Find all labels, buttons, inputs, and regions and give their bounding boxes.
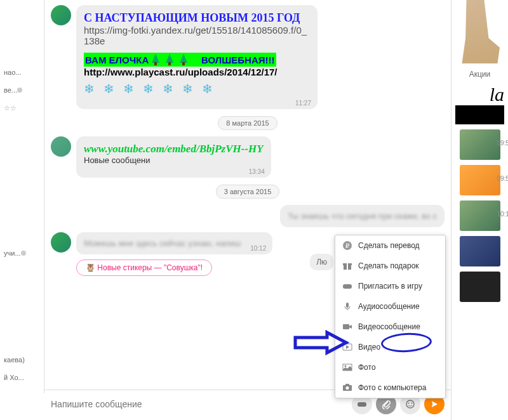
image-icon [342, 362, 353, 373]
snowflake-row: ❄❄❄❄❄❄❄ [84, 81, 310, 96]
stickers-promo-button[interactable]: 🦉 Новые стикеры — "Совушка"! [76, 259, 212, 276]
status-dot-icon [17, 88, 22, 93]
contact-item[interactable]: нао... [3, 63, 41, 81]
menu-item-audio[interactable]: Аудиосообщение [335, 296, 445, 317]
ruble-icon: ₽ [342, 240, 353, 251]
message-bubble-partial: Лю [310, 254, 333, 270]
status-dot-icon [21, 251, 26, 256]
ad-image[interactable] [458, 0, 502, 63]
ad-label[interactable]: Акции [451, 70, 508, 79]
message-bubble: Можешь мне здесь сейчас узнаю, напиш 10:… [76, 232, 272, 254]
menu-item-photo[interactable]: Фото [335, 357, 445, 377]
message-time: 10:12 [250, 245, 266, 252]
message-bubble: С НАСТУПАЮЩИМ НОВЫМ 2015 ГОД https://img… [76, 5, 318, 109]
svg-point-12 [346, 386, 349, 390]
sticker-icon: 🦉 [86, 263, 95, 272]
contact-item[interactable]: учи... [3, 244, 41, 262]
svg-point-16 [408, 402, 410, 404]
svg-rect-7 [343, 324, 349, 329]
message-bubble: Ты знаешь что сегодня при скажи, во с [280, 205, 444, 227]
tree-icon [150, 54, 161, 65]
svg-rect-6 [346, 303, 349, 308]
youtube-link[interactable]: www.youtube.com/embed/BbjPzVH--HY [84, 143, 264, 155]
contacts-sidebar: нао... ве... ☆☆ учи... каева) й Хо... [0, 0, 44, 393]
date-separator: 8 марта 2015 [51, 118, 444, 128]
contact-item[interactable]: й Хо... [3, 369, 41, 386]
avatar[interactable] [51, 136, 71, 157]
right-rail: Акции la 09:53 09:55 10:12 [451, 0, 508, 420]
avatar[interactable] [51, 5, 71, 25]
svg-rect-14 [358, 402, 366, 407]
menu-item-gift[interactable]: Сделать подарок [335, 256, 445, 276]
svg-rect-13 [345, 384, 349, 386]
message-time: 11:27 [295, 100, 311, 107]
svg-point-10 [345, 365, 347, 367]
mic-icon [342, 301, 353, 312]
message-text: Новые сообщени [84, 155, 264, 165]
url-text[interactable]: http://www.playcast.ru/uploads/2014/12/1… [84, 67, 310, 77]
menu-item-video-message[interactable]: Видеосообщение [335, 317, 445, 337]
gamepad-icon [342, 280, 353, 292]
svg-point-15 [406, 400, 414, 408]
gift-icon [342, 260, 353, 272]
contact-item[interactable]: ☆☆ [3, 99, 41, 117]
tree-icon [164, 54, 175, 65]
greeting-text: С НАСТУПАЮЩИМ НОВЫМ 2015 ГОД [84, 11, 310, 25]
message-bubble: www.youtube.com/embed/BbjPzVH--HY Новые … [76, 136, 271, 178]
camera-icon [342, 382, 353, 393]
annotation-arrow [292, 330, 349, 357]
message-input[interactable] [51, 399, 348, 409]
svg-point-17 [411, 402, 413, 404]
video-thumbnail[interactable] [460, 272, 500, 302]
video-thumbnail[interactable]: 09:53 [460, 129, 500, 160]
highlighted-text: ВАМ ЕЛОЧКА ВОЛШЕБНАЯ!!! [84, 53, 276, 67]
video-thumbnail[interactable]: 10:12 [460, 200, 500, 231]
menu-item-invite-game[interactable]: Пригласить в игру [335, 276, 445, 296]
video-thumbnail[interactable] [460, 236, 500, 266]
url-text[interactable]: https://img-fotki.yandex.ru/get/15518/14… [84, 25, 310, 46]
svg-rect-4 [347, 263, 348, 270]
contact-item[interactable]: ве... [3, 81, 41, 99]
blurred-text: Можешь мне здесь сейчас узнаю, напиш [84, 239, 241, 248]
video-thumbnail[interactable]: 09:55 [460, 165, 500, 195]
menu-item-photo-upload[interactable]: Фото с компьютера [335, 377, 445, 398]
avatar[interactable] [51, 232, 71, 253]
date-separator: 3 августа 2015 [51, 187, 444, 196]
ad-logo: la [451, 84, 508, 105]
menu-item-transfer[interactable]: ₽ Сделать перевод [335, 235, 445, 256]
blurred-text: Ты знаешь что сегодня при скажи, во с [288, 211, 437, 221]
message-time: 13:34 [249, 168, 265, 175]
svg-rect-5 [343, 284, 352, 289]
attachment-menu: ₽ Сделать перевод Сделать подарок Пригла… [335, 235, 446, 398]
contact-item[interactable]: каева) [3, 351, 41, 369]
svg-text:₽: ₽ [345, 242, 350, 249]
tree-icon [178, 54, 189, 65]
